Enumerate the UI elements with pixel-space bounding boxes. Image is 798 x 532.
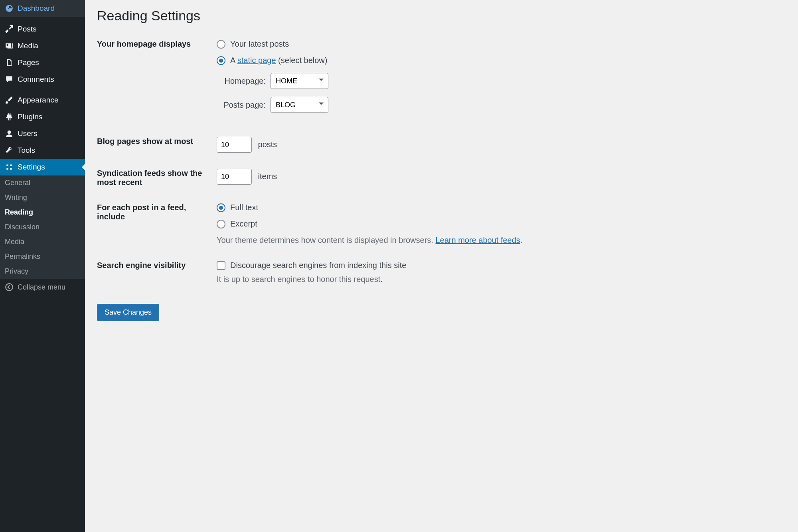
menu-posts[interactable]: Posts	[0, 21, 85, 37]
feed-note-prefix: Your theme determines how content is dis…	[217, 236, 435, 244]
menu-dashboard[interactable]: Dashboard	[0, 0, 85, 17]
menu-tools[interactable]: Tools	[0, 142, 85, 159]
submenu-general[interactable]: General	[0, 175, 85, 190]
collapse-menu[interactable]: Collapse menu	[0, 279, 85, 296]
homepage-select-label: Homepage:	[225, 77, 266, 86]
save-button[interactable]: Save Changes	[97, 304, 159, 321]
syndication-label: Syndication feeds show the most recent	[97, 169, 217, 187]
tools-icon	[5, 146, 14, 155]
menu-label: Appearance	[18, 96, 58, 104]
collapse-icon	[5, 283, 14, 292]
homepage-displays-label: Your homepage displays	[97, 39, 217, 49]
feed-note-suffix: .	[520, 236, 523, 244]
menu-label: Comments	[18, 75, 54, 84]
radio-static-prefix: A	[230, 56, 237, 65]
radio-excerpt[interactable]	[217, 220, 225, 229]
menu-label: Settings	[18, 163, 45, 171]
dashboard-icon	[5, 4, 14, 13]
submenu-media[interactable]: Media	[0, 234, 85, 249]
menu-comments[interactable]: Comments	[0, 71, 85, 88]
feed-include-label: For each post in a feed, include	[97, 203, 217, 221]
submenu-permalinks[interactable]: Permalinks	[0, 249, 85, 264]
menu-label: Media	[18, 41, 38, 50]
submenu-discussion[interactable]: Discussion	[0, 220, 85, 234]
users-icon	[5, 129, 14, 138]
blog-pages-input[interactable]	[217, 137, 252, 153]
plugins-icon	[5, 112, 14, 121]
radio-full-text[interactable]	[217, 203, 225, 212]
homepage-select[interactable]: HOME	[271, 73, 328, 89]
blog-pages-unit: posts	[258, 140, 277, 149]
media-icon	[5, 41, 14, 50]
menu-label: Users	[18, 129, 38, 138]
posts-page-select[interactable]: BLOG	[271, 97, 328, 113]
menu-users[interactable]: Users	[0, 125, 85, 142]
learn-more-feeds-link[interactable]: Learn more about feeds	[435, 236, 520, 244]
submenu-writing[interactable]: Writing	[0, 190, 85, 205]
radio-full-text-label: Full text	[230, 203, 258, 212]
menu-pages[interactable]: Pages	[0, 54, 85, 71]
menu-label: Pages	[18, 58, 39, 67]
menu-appearance[interactable]: Appearance	[0, 92, 85, 108]
menu-label: Posts	[18, 25, 37, 33]
menu-label: Tools	[18, 146, 35, 155]
syndication-unit: items	[258, 172, 277, 181]
radio-static-suffix: (select below)	[276, 56, 328, 65]
page-title: Reading Settings	[97, 8, 786, 24]
search-engine-checkbox-label: Discourage search engines from indexing …	[230, 261, 406, 270]
comments-icon	[5, 75, 14, 84]
static-page-link[interactable]: static page	[237, 56, 276, 65]
submenu-privacy[interactable]: Privacy	[0, 264, 85, 279]
brush-icon	[5, 96, 14, 104]
menu-settings[interactable]: Settings	[0, 159, 85, 175]
search-engine-checkbox[interactable]	[217, 261, 225, 270]
main-content: Reading Settings Your homepage displays …	[85, 0, 798, 532]
search-engine-label: Search engine visibility	[97, 261, 217, 270]
admin-sidebar: Dashboard Posts Media Pages Comments	[0, 0, 85, 532]
radio-latest-posts[interactable]	[217, 40, 225, 49]
syndication-input[interactable]	[217, 169, 252, 185]
settings-icon	[5, 163, 14, 171]
menu-label: Dashboard	[18, 4, 55, 13]
radio-latest-posts-label: Your latest posts	[230, 39, 289, 49]
menu-label: Plugins	[18, 112, 42, 121]
radio-static-page[interactable]	[217, 56, 225, 65]
blog-pages-label: Blog pages show at most	[97, 137, 217, 146]
pin-icon	[5, 25, 14, 33]
menu-plugins[interactable]: Plugins	[0, 108, 85, 125]
search-engine-note: It is up to search engines to honor this…	[217, 275, 786, 284]
menu-media[interactable]: Media	[0, 37, 85, 54]
pages-icon	[5, 58, 14, 67]
submenu-reading[interactable]: Reading	[0, 205, 85, 220]
radio-excerpt-label: Excerpt	[230, 219, 257, 229]
posts-page-select-label: Posts page:	[223, 100, 266, 110]
svg-point-0	[6, 284, 13, 291]
collapse-label: Collapse menu	[18, 283, 65, 292]
settings-submenu: General Writing Reading Discussion Media…	[0, 175, 85, 279]
